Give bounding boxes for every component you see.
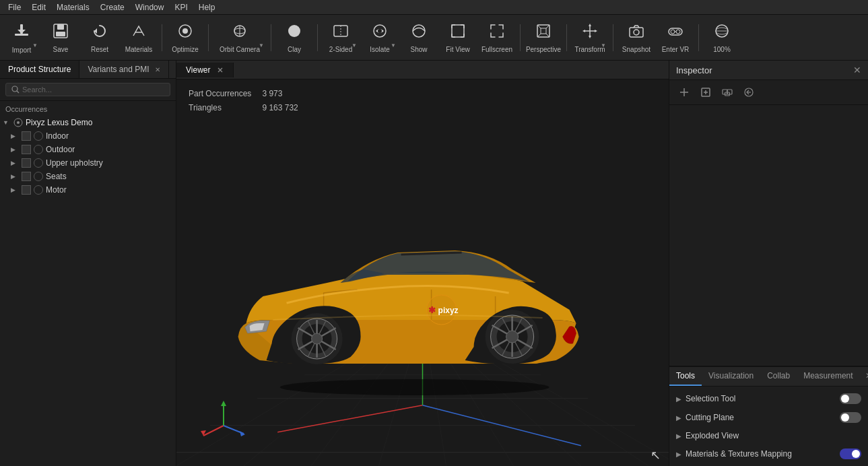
svg-rect-31 — [630, 28, 643, 37]
inspector-close-button[interactable]: ✕ — [853, 65, 861, 75]
seats-circle — [34, 172, 43, 181]
optimize-icon — [176, 22, 194, 44]
enter-vr-button[interactable]: Enter VR — [657, 18, 694, 58]
tools-tab-collab[interactable]: Collab — [760, 367, 797, 386]
inspector-back-button[interactable] — [741, 84, 757, 100]
tab-variants-pmi-label: Variants and PMI — [88, 65, 149, 74]
exploded-view-expand: ▶ — [676, 432, 681, 440]
upper-upholstery-checkbox[interactable] — [22, 158, 31, 168]
search-input[interactable]: Search... — [5, 83, 170, 96]
motor-expand: ▶ — [11, 187, 19, 193]
svg-point-43 — [17, 121, 20, 124]
tools-tab-tools[interactable]: Tools — [669, 367, 702, 386]
indoor-checkbox[interactable] — [22, 131, 31, 141]
viewer-tab[interactable]: Viewer — [176, 63, 234, 77]
selection-tool-label: Selection Tool — [686, 394, 840, 403]
reset-button[interactable]: Reset — [81, 18, 119, 58]
tools-tab-measurement[interactable]: Measurement — [797, 367, 859, 386]
reset-label: Reset — [91, 46, 108, 53]
menu-materials[interactable]: Materials — [51, 0, 95, 15]
transform-button[interactable]: Transform ▼ — [571, 18, 609, 58]
tools-item-selection[interactable]: ▶ Selection Tool — [669, 389, 868, 408]
svg-line-86 — [203, 426, 224, 436]
snapshot-button[interactable]: Snapshot — [617, 18, 655, 58]
fullscreen-button[interactable]: Fullscreen — [478, 18, 516, 58]
snapshot-label: Snapshot — [622, 46, 650, 53]
zoom-icon — [713, 22, 731, 44]
divider-4 — [317, 24, 318, 51]
tools-tab-visualization[interactable]: Visualization — [702, 367, 760, 386]
menu-help[interactable]: Help — [193, 0, 221, 15]
2sided-arrow: ▼ — [352, 42, 357, 48]
svg-text:pixyz: pixyz — [438, 306, 458, 315]
import-button[interactable]: Import ▼ — [3, 18, 40, 58]
fit-view-button[interactable]: Fit View — [439, 18, 477, 58]
divider-8 — [698, 24, 699, 51]
materials-button[interactable]: Materials — [120, 18, 158, 58]
svg-point-8 — [182, 28, 188, 34]
tools-item-exploded-view[interactable]: ▶ Exploded View — [669, 427, 868, 444]
svg-point-64 — [279, 379, 549, 395]
2sided-label: 2-Sided — [329, 46, 352, 53]
seats-label: Seats — [46, 172, 67, 181]
cursor: ↖ — [650, 448, 659, 456]
seats-checkbox[interactable] — [22, 172, 31, 181]
tools-close-button[interactable]: ✕ — [860, 367, 868, 386]
menu-edit[interactable]: Edit — [26, 0, 51, 15]
tools-tabs-bar: Tools Visualization Collab Measurement ✕ — [669, 366, 868, 387]
zoom-button[interactable]: 100% — [703, 18, 741, 58]
isolate-icon — [371, 22, 389, 44]
tools-list: ▶ Selection Tool ▶ Cutting Plane ▶ Explo… — [669, 387, 868, 466]
viewer-content[interactable]: Part Occurrences 3 973 Triangles 9 163 7… — [176, 79, 669, 466]
outdoor-checkbox[interactable] — [22, 145, 31, 154]
tools-item-cutting-plane[interactable]: ▶ Cutting Plane — [669, 408, 868, 427]
show-button[interactable]: Show — [400, 18, 438, 58]
menu-create[interactable]: Create — [95, 0, 130, 15]
seats-expand: ▶ — [11, 173, 19, 180]
tree-item-root[interactable]: ▼ Pixyz Lexus Demo — [0, 116, 176, 129]
perspective-button[interactable]: Perspective — [525, 18, 562, 58]
menu-kpi[interactable]: KPI — [169, 0, 193, 15]
tools-item-materials-textures[interactable]: ▶ Materials & Textures Mapping — [669, 444, 868, 463]
materials-textures-label: Materials & Textures Mapping — [686, 449, 840, 459]
optimize-button[interactable]: Optimize — [166, 18, 204, 58]
orbit-camera-icon — [231, 22, 248, 44]
materials-textures-toggle[interactable] — [840, 448, 861, 459]
tab-variants-pmi-close[interactable]: ✕ — [155, 66, 160, 73]
cutting-plane-label: Cutting Plane — [686, 413, 840, 422]
divider-2 — [208, 24, 209, 51]
svg-rect-0 — [15, 34, 28, 36]
svg-point-76 — [311, 333, 322, 344]
tab-variants-pmi[interactable]: Variants and PMI ✕ — [79, 61, 168, 78]
tree-item-motor[interactable]: ▶ Motor — [0, 183, 176, 197]
inspector-add-button[interactable] — [676, 84, 692, 100]
isolate-arrow: ▼ — [391, 42, 396, 48]
selection-toggle[interactable] — [840, 393, 861, 404]
left-panel: Product Structure Variants and PMI ✕ Sea… — [0, 61, 176, 466]
inspector-add2-button[interactable] — [698, 84, 714, 100]
save-label: Save — [53, 46, 69, 53]
tab-product-structure[interactable]: Product Structure — [0, 61, 79, 78]
menu-file[interactable]: File — [3, 0, 26, 15]
tree-item-indoor[interactable]: ▶ Indoor — [0, 129, 176, 143]
save-button[interactable]: Save — [42, 18, 79, 58]
svg-marker-29 — [582, 30, 585, 32]
menu-window[interactable]: Window — [130, 0, 170, 15]
isolate-button[interactable]: Isolate ▼ — [361, 18, 399, 58]
tree-item-seats[interactable]: ▶ Seats — [0, 170, 176, 183]
clay-icon — [286, 22, 303, 44]
tree-item-outdoor[interactable]: ▶ Outdoor — [0, 143, 176, 156]
clay-button[interactable]: Clay — [275, 18, 313, 58]
orbit-camera-button[interactable]: Orbit Camera ▼ — [213, 18, 267, 58]
2sided-button[interactable]: 2-Sided ▼ — [322, 18, 360, 58]
enter-vr-icon — [667, 22, 684, 44]
viewer-tab-label: Viewer — [186, 65, 210, 75]
cutting-plane-toggle[interactable] — [840, 412, 861, 423]
tree-item-upper-upholstery[interactable]: ▶ Upper upholstry — [0, 156, 176, 170]
tab-product-structure-label: Product Structure — [8, 65, 71, 74]
inspector-title: Inspector — [676, 65, 712, 75]
right-panel: Inspector ✕ — [669, 61, 868, 466]
inspector-group-button[interactable] — [719, 84, 735, 100]
motor-checkbox[interactable] — [22, 185, 31, 195]
show-icon — [410, 22, 428, 44]
